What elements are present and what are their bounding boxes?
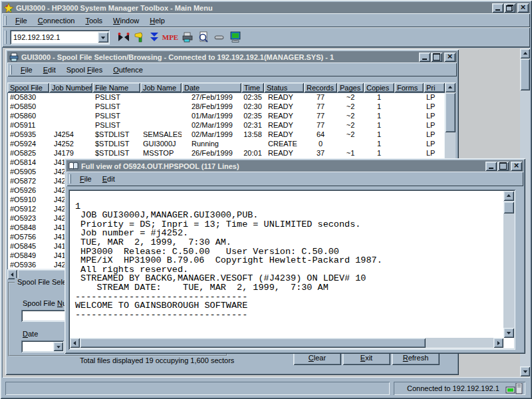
connection-status-text: Connected to 192.192.192.1 [394,384,505,392]
spool-title-bar[interactable]: GUI3000 - Spool File Selection/Browsing … [7,51,457,63]
fullview-title-bar[interactable]: Full view of O5924.OUT.HPSPOOL (117 Line… [66,160,523,172]
fullview-minimize-button[interactable] [485,162,497,171]
column-header-status[interactable]: Status [264,82,304,92]
status-bar: Connected to 192.192.192.1 [0,379,532,399]
toolbar-grip[interactable] [5,31,7,44]
table-cell: PSLIST [92,102,140,111]
table-cell [49,92,92,102]
menu-item-file[interactable]: File [15,64,38,76]
column-header-time[interactable]: Time [241,82,264,92]
table-row[interactable]: #O5830PSLIST27/Feb/199902:35READY77~21LP [7,92,445,102]
scroll-thumb[interactable] [445,92,456,132]
menu-item-connection[interactable]: Connection [33,15,80,27]
column-header-pages[interactable]: Pages [337,82,364,92]
table-row[interactable]: #O5924J4252$STDLISTGUI3000JRunningCREATE… [7,139,445,148]
fullview-maximize-button[interactable] [497,162,509,171]
column-header-job-number[interactable]: Job Number [49,82,92,92]
column-header-spool-file[interactable]: Spool File [7,82,49,92]
date-combo[interactable] [21,340,64,352]
menu-grip[interactable] [5,16,7,25]
table-cell: #O5814 [7,158,49,167]
column-header-copies[interactable]: Copies [364,82,394,92]
table-cell: 1 [364,130,394,139]
scroll-thumb[interactable] [520,59,530,90]
fullview-menu-grip[interactable] [69,174,71,184]
mpe-button[interactable]: MPE [162,30,179,45]
menu-item-edit[interactable]: Edit [97,173,120,185]
host-combo[interactable]: 192.192.192.1 [10,30,110,45]
menu-item-file[interactable]: File [74,173,97,185]
scroll-thumb[interactable] [80,338,426,348]
table-cell: 01/Mar/1999 [182,111,241,120]
menu-item-tools[interactable]: Tools [80,15,108,27]
table-cell [140,111,182,120]
scroll-thumb[interactable] [503,201,514,213]
restore-button[interactable] [504,3,515,13]
table-cell: 02:30 [241,102,264,111]
column-header-forms[interactable]: Forms [394,82,424,92]
fullview-vscrollbar[interactable] [503,191,514,338]
spool-file-number-label: Spool File Nu [23,299,66,307]
table-row[interactable]: #O5935J4254$STDLISTSEMSALES02/Mar/199913… [7,130,445,139]
column-header-file-name[interactable]: File Name [92,82,140,92]
fullview-menu-bar: FileEdit [66,172,523,186]
table-cell: Running [182,139,241,148]
main-title-bar[interactable]: GUI3000 - HP3000 System Manager Toolbox … [2,2,530,13]
table-cell: $STDLIST [92,130,140,139]
scroll-down-button[interactable] [520,366,530,376]
scroll-up-button[interactable] [445,82,456,92]
column-header-records[interactable]: Records [304,82,337,92]
print-button[interactable] [180,30,195,45]
table-cell: 02/Mar/1999 [182,130,241,139]
table-cell [394,92,424,102]
main-window-title: GUI3000 - HP3000 System Manager Toolbox … [13,4,491,12]
terminal-icon [229,31,241,43]
spool-maximize-button[interactable] [431,53,442,62]
spool-close-button[interactable] [444,53,456,62]
table-cell: #O5912 [7,204,49,213]
scroll-down-button[interactable] [503,328,514,338]
table-row[interactable]: #O5850PSLIST28/Feb/199902:30READY77~21LP [7,102,445,111]
table-cell [394,130,424,139]
menu-item-edit[interactable]: Edit [38,64,61,76]
column-header-date[interactable]: Date [182,82,241,92]
table-cell: J4252 [49,139,92,148]
scroll-up-button[interactable] [520,49,530,59]
table-cell: 02/Mar/1999 [182,120,241,130]
spool-minimize-button[interactable] [419,53,430,62]
menu-item-outfence[interactable]: Outfence [108,64,148,76]
status-panel-connection: Connected to 192.192.192.1 [394,382,525,395]
menu-item-spool-files[interactable]: Spool Files [61,64,108,76]
column-header-pri[interactable]: Pri [424,82,445,92]
menu-item-window[interactable]: Window [108,15,144,27]
column-header-job-name[interactable]: Job Name [140,82,182,92]
close-button[interactable] [517,3,529,13]
console-button[interactable] [212,30,227,45]
menu-item-file[interactable]: File [10,15,33,27]
scroll-left-button[interactable] [70,338,80,348]
fullview-close-button[interactable] [511,162,522,171]
table-cell: PSLIST [92,111,140,120]
table-cell: LP [424,139,445,148]
scroll-up-button[interactable] [503,191,514,201]
table-cell: 77 [304,92,337,102]
menu-item-help[interactable]: Help [144,15,170,27]
view-document-button[interactable] [196,30,211,45]
minimize-button[interactable] [492,3,503,13]
session-button[interactable] [132,30,147,45]
table-cell: 1 [364,120,394,130]
table-row[interactable]: #O5825J4179$STDLISTMSSTOP26/Feb/199920:0… [7,148,445,158]
download-button[interactable] [148,30,160,45]
table-cell [49,102,92,111]
table-cell: 20:01 [241,148,264,158]
fullview-hscrollbar[interactable] [70,338,503,348]
terminal-button[interactable] [228,30,243,45]
table-row[interactable]: #O5860PSLIST01/Mar/199902:35READY77~21LP [7,111,445,120]
scroll-right-button[interactable] [493,338,503,348]
connection-button[interactable] [116,30,131,45]
host-combo-dropdown-button[interactable] [98,32,108,43]
table-cell: PSLIST [92,92,140,102]
table-row[interactable]: #O5911PSLIST02/Mar/199902:31READY77~21LP [7,120,445,130]
spool-menu-grip[interactable] [10,65,12,74]
date-combo-dropdown-button[interactable] [53,342,63,351]
